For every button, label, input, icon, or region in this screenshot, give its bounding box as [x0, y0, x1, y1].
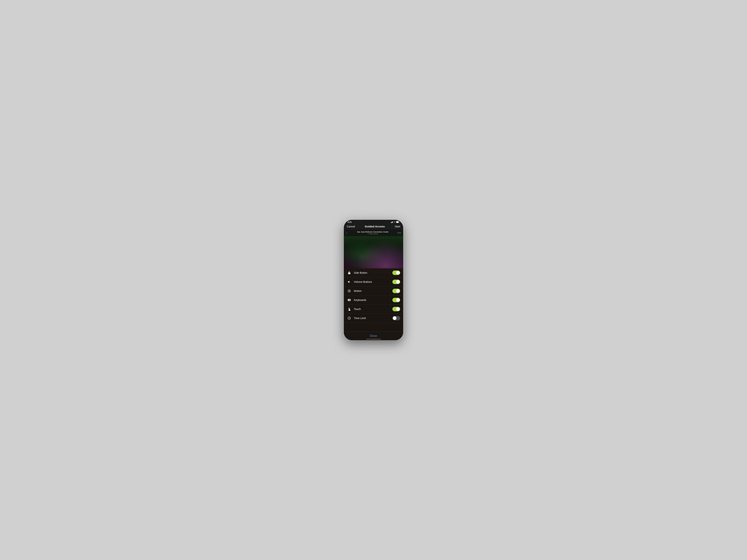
time-limit-label: Time Limit: [354, 317, 392, 320]
svg-rect-0: [391, 222, 391, 223]
event-title: San Jose McEnery Convention Center: [348, 231, 397, 233]
edit-button[interactable]: Edit: [397, 232, 401, 234]
content-image: [344, 230, 403, 274]
toggle-thumb: [396, 307, 400, 311]
cancel-button[interactable]: Cancel: [347, 225, 355, 228]
phone-screen: 4:21: [344, 220, 403, 340]
motion-icon: [347, 289, 352, 293]
phone-device: 4:21: [344, 220, 403, 340]
touch-toggle[interactable]: [392, 307, 400, 311]
guided-access-title: Guided Access: [365, 225, 385, 228]
settings-item-volume: Volume Buttons: [344, 277, 403, 287]
side-button-label: Side Button: [354, 271, 392, 274]
event-subtitle: 2 June 9:05 pm: [348, 233, 397, 235]
settings-item-touch: Touch: [344, 304, 403, 314]
settings-list: Side Button Volume Buttons: [344, 268, 403, 340]
touch-icon: [347, 307, 352, 312]
toggle-thumb: [396, 271, 400, 275]
clock-icon: [347, 316, 352, 321]
event-info: San Jose McEnery Convention Center 2 Jun…: [348, 231, 397, 235]
svg-rect-3: [392, 221, 393, 223]
settings-item-side-button: Side Button: [344, 268, 403, 277]
svg-point-7: [349, 291, 350, 292]
settings-item-motion: Motion: [344, 287, 403, 296]
touch-label: Touch: [354, 308, 392, 311]
settings-item-time-limit: Time Limit: [344, 314, 403, 323]
side-button-toggle[interactable]: [392, 271, 400, 275]
settings-item-keyboards: Keyboards: [344, 296, 403, 304]
time-limit-toggle[interactable]: [392, 316, 400, 320]
toggle-thumb: [396, 289, 400, 293]
volume-buttons-label: Volume Buttons: [354, 281, 392, 283]
back-icon[interactable]: ‹: [346, 231, 347, 235]
keyboards-toggle[interactable]: [392, 298, 400, 302]
volume-buttons-toggle[interactable]: [392, 279, 400, 284]
svg-rect-5: [396, 221, 398, 223]
motion-toggle[interactable]: [392, 289, 400, 293]
svg-rect-2: [392, 222, 392, 223]
keyboards-label: Keyboards: [354, 298, 392, 301]
home-indicator: [366, 339, 381, 340]
lock-icon: [347, 270, 352, 275]
start-button[interactable]: Start: [395, 225, 400, 228]
wifi-icon: [393, 221, 395, 223]
toggle-thumb: [393, 316, 396, 320]
keyboard-icon: [347, 298, 352, 302]
image-background: [344, 230, 403, 274]
motion-label: Motion: [354, 289, 392, 292]
volume-icon: [347, 279, 352, 284]
sub-header: ‹ San Jose McEnery Convention Center 2 J…: [344, 230, 403, 236]
status-time: 4:21: [347, 221, 352, 223]
signal-icon: [391, 221, 393, 223]
status-icons: [391, 221, 400, 223]
svg-rect-1: [391, 222, 392, 223]
battery-icon: [396, 221, 400, 223]
notch: [362, 220, 385, 224]
toggle-thumb: [396, 280, 400, 284]
toggle-thumb: [396, 298, 400, 302]
done-button[interactable]: Done: [370, 334, 377, 338]
